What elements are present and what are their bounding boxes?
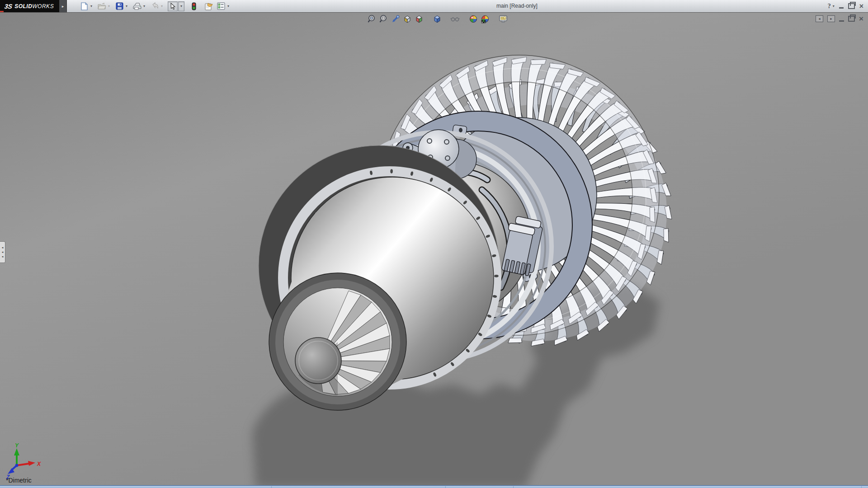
help-button[interactable]: ? [828,3,831,10]
rebuild-button[interactable] [204,2,213,11]
standard-toolbar: ▾ ▾ ▾ ▾ ▾ ▾ ▾ [80,0,234,12]
logo-red-accent [0,11,4,12]
select-tool-dropdown[interactable]: ▾ [178,1,184,11]
statusbar-divider [513,486,514,488]
apply-scene-button[interactable] [480,14,490,24]
document-title: main [Read-only] [496,3,538,9]
document-window-controls: ◂ ▸ × [816,15,863,23]
new-document-button[interactable] [80,2,89,11]
close-button[interactable]: × [859,3,863,10]
display-style-button[interactable] [432,14,442,24]
view-settings-button[interactable] [498,14,508,24]
main-window-controls: ? ▾ × [828,0,863,12]
print-dropdown[interactable]: ▾ [142,2,147,11]
restore-button[interactable] [848,3,855,9]
statusbar-divider [445,486,446,488]
save-button[interactable] [115,2,124,11]
solidworks-logo-mark: 3S [4,3,13,10]
edit-appearance-button[interactable] [468,14,478,24]
section-view-button[interactable] [402,14,412,24]
print-button[interactable] [132,2,142,11]
headsup-view-toolbar [367,14,510,24]
statusbar-resize-grip[interactable] [861,486,862,488]
previous-view-button[interactable] [391,14,401,24]
feature-manager-collapsed-tab[interactable]: ◂ ◂ ◂ [0,241,5,263]
3d-scene[interactable]: Y X Z [0,13,868,486]
collapse-right-panel-button[interactable]: ▸ [827,15,835,22]
select-tool-button[interactable] [168,1,178,11]
logo-flyout-button[interactable]: ▸ [59,0,67,12]
title-bar: 3S SOLIDWORKS ▸ ▾ ▾ ▾ ▾ ▾ ▾ [0,0,868,13]
graphics-area[interactable]: Y X Z [0,13,868,486]
save-dropdown[interactable]: ▾ [124,2,129,11]
open-button[interactable] [97,2,106,11]
zoom-to-fit-button[interactable] [367,14,377,24]
status-bar [0,485,868,488]
document-close-button[interactable]: × [859,15,863,23]
zoom-to-area-button[interactable] [379,14,389,24]
solidworks-logo: 3S SOLIDWORKS [0,0,59,12]
undo-dropdown[interactable]: ▾ [159,2,165,11]
shaft-hub [295,338,341,384]
collapse-left-panel-button[interactable]: ◂ [816,15,823,22]
view-orientation-label: *Dimetric [6,477,32,484]
hide-show-items-button[interactable] [450,14,460,24]
selection-filter-button[interactable] [189,2,198,11]
help-dropdown[interactable]: ▾ [833,4,835,8]
statusbar-divider [271,486,272,488]
document-minimize-button[interactable] [839,20,844,22]
new-document-dropdown[interactable]: ▾ [89,2,94,11]
view-orientation-button[interactable] [414,14,424,24]
document-restore-button[interactable] [848,16,855,22]
solidworks-logo-text: SOLIDWORKS [14,3,54,9]
triad-x-label: X [37,461,41,467]
triad-y-label: Y [15,442,19,449]
open-dropdown[interactable]: ▾ [106,2,112,11]
undo-button[interactable] [150,2,159,11]
options-button[interactable] [217,2,226,11]
options-dropdown[interactable]: ▾ [226,2,231,11]
minimize-button[interactable] [839,7,844,9]
